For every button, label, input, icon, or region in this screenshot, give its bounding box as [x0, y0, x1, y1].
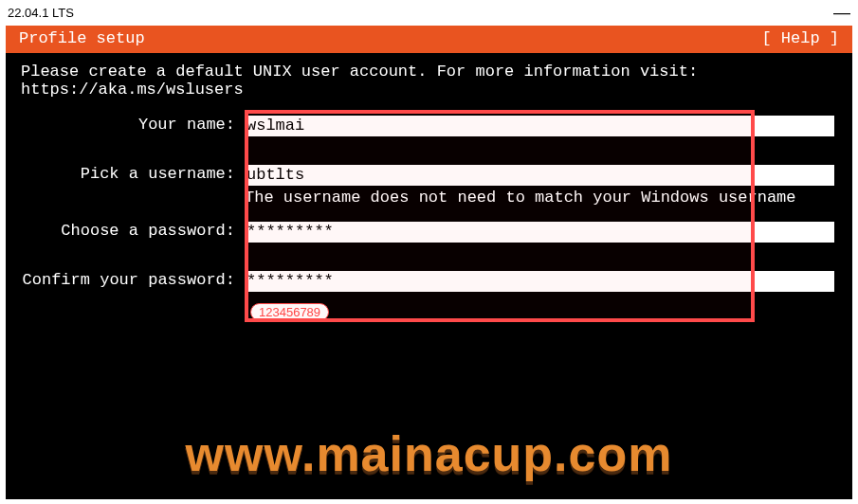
installer-header: Profile setup [ Help ]	[6, 26, 852, 53]
content-area: Please create a default UNIX user accoun…	[6, 63, 852, 321]
help-button[interactable]: [ Help ]	[761, 29, 839, 47]
terminal: Profile setup [ Help ] Please create a d…	[6, 26, 852, 499]
name-input[interactable]: wslmai	[245, 116, 834, 136]
password-annotation: 123456789	[21, 297, 837, 321]
intro-line2: https://aka.ms/wslusers	[21, 81, 837, 99]
username-label: Pick a username:	[21, 165, 245, 183]
intro-line1: Please create a default UNIX user accoun…	[21, 63, 837, 81]
terminal-outer: Profile setup [ Help ] Please create a d…	[0, 25, 858, 500]
row-username: Pick a username: ubtlts The username doe…	[21, 165, 837, 208]
username-hint: The username does not need to match your…	[245, 188, 834, 208]
name-label: Your name:	[21, 116, 245, 134]
header-title: Profile setup	[19, 29, 145, 47]
row-name: Your name: wslmai	[21, 116, 837, 136]
minimize-button[interactable]: —	[833, 3, 850, 23]
watermark: www.mainacup.com	[6, 425, 852, 482]
row-confirm: Confirm your password: *********	[21, 271, 837, 292]
window-titlebar: 22.04.1 LTS —	[0, 0, 858, 25]
password-label: Choose a password:	[21, 222, 245, 240]
confirm-label: Confirm your password:	[21, 271, 245, 289]
window-title: 22.04.1 LTS	[8, 6, 74, 20]
row-password: Choose a password: *********	[21, 222, 837, 243]
password-input[interactable]: *********	[245, 222, 834, 243]
confirm-input[interactable]: *********	[245, 271, 834, 292]
form-area: Your name: wslmai Pick a username: ubtlt…	[21, 116, 837, 321]
password-annotation-text: 123456789	[250, 303, 329, 321]
username-input[interactable]: ubtlts	[245, 165, 834, 186]
intro-text: Please create a default UNIX user accoun…	[21, 63, 837, 99]
